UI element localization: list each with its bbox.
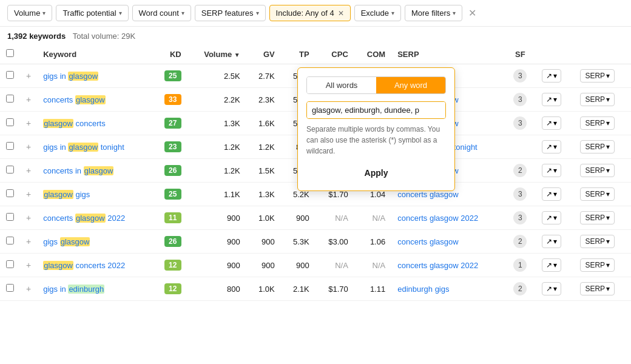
table-row: +gigs glasgow269009005.3K$3.001.06concer… — [0, 230, 631, 254]
serp-button[interactable]: SERP ▾ — [580, 140, 615, 153]
trend-button[interactable]: ↗ ▾ — [542, 258, 561, 272]
volume-col-header[interactable]: Volume ▼ — [187, 44, 246, 64]
keyword-link[interactable]: concerts glasgow 2022 — [43, 214, 125, 223]
com-cell: 1.11 — [354, 277, 391, 301]
any-word-tab[interactable]: Any word — [376, 77, 445, 93]
serp-button[interactable]: SERP ▾ — [580, 235, 615, 248]
row-checkbox[interactable] — [6, 118, 14, 126]
include-words-input[interactable] — [307, 102, 445, 118]
highlight-green: edinburgh — [68, 285, 104, 294]
trend-button[interactable]: ↗ ▾ — [542, 187, 561, 201]
filter-serp-features[interactable]: SERP features ▾ — [195, 5, 266, 21]
select-all-checkbox[interactable] — [6, 49, 14, 57]
clear-all-filters-button[interactable]: ✕ — [466, 7, 479, 19]
gv-col-header: GV — [246, 44, 281, 64]
apply-button[interactable]: Apply — [306, 164, 446, 182]
keyword-link[interactable]: gigs in glasgow tonight — [43, 143, 124, 152]
row-checkbox[interactable] — [6, 166, 14, 174]
chevron-down-icon: ▾ — [553, 166, 557, 175]
add-keyword-icon[interactable]: + — [26, 118, 31, 128]
keyword-link[interactable]: gigs glasgow — [43, 237, 90, 246]
serp-button[interactable]: SERP ▾ — [580, 211, 615, 224]
trend-button[interactable]: ↗ ▾ — [542, 164, 561, 177]
row-checkbox[interactable] — [6, 95, 14, 103]
add-keyword-icon[interactable]: + — [26, 166, 31, 175]
trend-button[interactable]: ↗ ▾ — [542, 235, 561, 248]
keyword-link[interactable]: glasgow gigs — [43, 190, 90, 199]
filter-exclude-label: Exclude — [361, 8, 389, 18]
row-checkbox[interactable] — [6, 71, 14, 79]
trend-icon: ↗ — [546, 190, 552, 198]
filter-traffic-potential[interactable]: Traffic potential ▾ — [56, 5, 128, 21]
chevron-down-icon: ▾ — [119, 10, 122, 16]
serp-button[interactable]: SERP ▾ — [580, 187, 615, 201]
serp-button[interactable]: SERP ▾ — [580, 258, 615, 272]
add-keyword-icon[interactable]: + — [26, 189, 31, 199]
trend-button[interactable]: ↗ ▾ — [542, 93, 561, 106]
keyword-link[interactable]: gigs in glasgow — [43, 72, 98, 81]
kd-badge: 12 — [164, 283, 181, 294]
sf-cell: 3 — [505, 64, 536, 88]
row-checkbox[interactable] — [6, 213, 14, 221]
chevron-down-icon: ▾ — [606, 285, 610, 293]
keyword-link[interactable]: concerts in glasgow — [43, 166, 113, 175]
trend-button[interactable]: ↗ ▾ — [542, 282, 561, 295]
filter-more[interactable]: More filters ▾ — [405, 5, 462, 21]
volume-cell: 900 — [187, 254, 246, 277]
gv-cell: 2.3K — [246, 88, 281, 112]
trend-button[interactable]: ↗ ▾ — [542, 69, 561, 83]
trend-button[interactable]: ↗ ▾ — [542, 116, 561, 130]
close-icon[interactable]: ✕ — [338, 9, 344, 18]
add-keyword-icon[interactable]: + — [26, 71, 31, 81]
serp-link[interactable]: edinburgh gigs — [397, 285, 449, 294]
cpc-col-header: CPC — [316, 44, 354, 64]
add-keyword-icon[interactable]: + — [26, 142, 31, 152]
all-words-tab[interactable]: All words — [307, 77, 376, 93]
serp-button[interactable]: SERP ▾ — [580, 93, 615, 106]
chevron-down-icon: ▾ — [256, 10, 259, 16]
row-checkbox[interactable] — [6, 142, 14, 150]
trend-icon: ↗ — [546, 237, 552, 246]
keyword-link[interactable]: glasgow concerts 2022 — [43, 261, 125, 270]
table-row: +glasgow concerts 202212900900900N/AN/Ac… — [0, 254, 631, 277]
serp-link[interactable]: concerts glasgow 2022 — [397, 214, 478, 223]
row-checkbox[interactable] — [6, 260, 14, 268]
add-keyword-icon[interactable]: + — [26, 213, 31, 223]
volume-cell: 1.2K — [187, 135, 246, 159]
sf-cell: 2 — [505, 230, 536, 254]
serp-button[interactable]: SERP ▾ — [580, 116, 615, 130]
chevron-down-icon: ▾ — [453, 10, 456, 16]
row-checkbox[interactable] — [6, 284, 14, 292]
row-checkbox[interactable] — [6, 237, 14, 244]
volume-cell: 900 — [187, 206, 246, 230]
volume-cell: 900 — [187, 230, 246, 254]
row-checkbox[interactable] — [6, 189, 14, 197]
serp-button[interactable]: SERP ▾ — [580, 164, 615, 177]
kd-badge: 23 — [164, 141, 181, 152]
trend-icon: ↗ — [546, 214, 552, 222]
gv-cell: 1.6K — [246, 112, 281, 135]
chevron-down-icon: ▾ — [391, 10, 394, 16]
add-keyword-icon[interactable]: + — [26, 284, 31, 294]
keyword-col-header: Keyword — [37, 44, 152, 64]
highlight-yellow: glasgow — [75, 214, 106, 223]
keyword-link[interactable]: glasgow concerts — [43, 119, 105, 128]
serp-button[interactable]: SERP ▾ — [580, 69, 615, 83]
chevron-down-icon: ▾ — [553, 119, 557, 127]
trend-button[interactable]: ↗ ▾ — [542, 140, 561, 153]
filter-word-count[interactable]: Word count ▾ — [132, 5, 191, 21]
filter-volume[interactable]: Volume ▾ — [7, 5, 52, 21]
sf-cell: 3 — [505, 206, 536, 230]
filter-exclude[interactable]: Exclude ▾ — [354, 5, 401, 21]
add-keyword-icon[interactable]: + — [26, 260, 31, 270]
trend-button[interactable]: ↗ ▾ — [542, 211, 561, 224]
add-keyword-icon[interactable]: + — [26, 237, 31, 246]
keyword-link[interactable]: gigs in edinburgh — [43, 285, 104, 294]
add-keyword-icon[interactable]: + — [26, 95, 31, 104]
serp-link[interactable]: concerts glasgow — [397, 237, 458, 246]
serp-button[interactable]: SERP ▾ — [580, 282, 615, 295]
serp-link[interactable]: concerts glasgow 2022 — [397, 261, 478, 270]
keyword-link[interactable]: concerts glasgow — [43, 95, 105, 104]
filter-include[interactable]: Include: Any of 4 ✕ — [269, 5, 351, 21]
filter-more-label: More filters — [411, 8, 450, 18]
